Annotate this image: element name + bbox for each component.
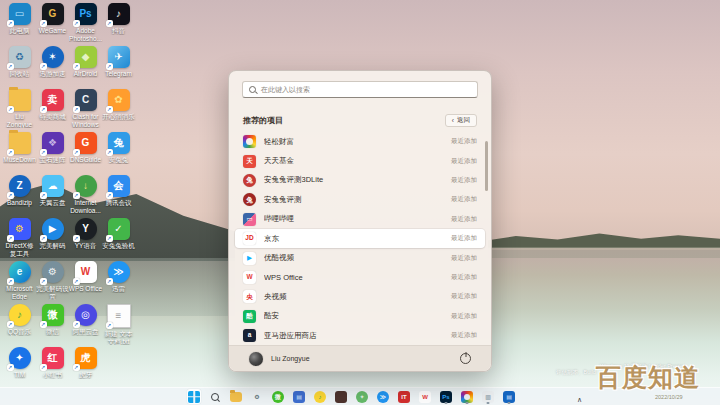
taskbar-app-icon	[209, 391, 221, 403]
desktop-icon[interactable]: ◆ ↗ AirDroid	[69, 46, 102, 89]
taskbar-icons: ⚙ 微 ▤ ♪	[187, 388, 516, 405]
shortcut-arrow-icon: ↗	[40, 278, 47, 285]
app-icon-glyph: ♻	[15, 52, 24, 62]
shortcut-arrow-icon: ↗	[7, 364, 14, 371]
taskbar-button[interactable]: ▤	[292, 389, 306, 404]
desktop-icon[interactable]: 会 ↗ 腾讯会议	[102, 175, 135, 218]
recommended-item[interactable]: 天 天天基金 最近添加	[235, 151, 485, 170]
desktop-icon[interactable]: ✓ ↗ 安兔兔验机	[102, 218, 135, 261]
desktop-icon[interactable]: ⚙ ↗ 完美解码设置	[36, 261, 69, 304]
recommended-item[interactable]: 轻松财富 最近添加	[235, 132, 485, 151]
recommended-item[interactable]: ▶ 优酷视频 最近添加	[235, 248, 485, 267]
desktop-icon[interactable]: C ↗ Clash for Windows	[69, 89, 102, 132]
desktop-icon[interactable]: ✦ ↗ TIM	[3, 347, 36, 390]
tray-chevron-up-icon[interactable]: ∧	[577, 396, 582, 403]
taskbar-button[interactable]: ≫	[376, 389, 390, 404]
taskbar-button[interactable]: ⚙	[250, 389, 264, 404]
app-icon: 央	[243, 290, 256, 303]
recently-added-badge: 最近添加	[451, 273, 477, 282]
recommended-item[interactable]: 酷 酷安 最近添加	[235, 307, 485, 326]
taskbar-button[interactable]: ▥	[481, 389, 495, 404]
desktop-icon[interactable]: Z ↗ Bandizip	[3, 175, 36, 218]
desktop-icon[interactable]: G ↗ DNSGuide	[69, 132, 102, 175]
taskbar-button[interactable]: ✦	[355, 389, 369, 404]
taskbar-button[interactable]	[208, 389, 222, 404]
start-menu-footer: Liu Zongyue	[229, 345, 491, 371]
desktop-icon-label: TIM	[3, 371, 37, 379]
desktop-icon[interactable]: ✶ ↗ 迅游加速	[36, 46, 69, 89]
taskbar-button[interactable]: ♪	[313, 389, 327, 404]
app-icon-glyph: C	[82, 95, 89, 105]
desktop-icon[interactable]: ✿ ↗ 开心消消乐	[102, 89, 135, 132]
recommended-item[interactable]: W WPS Office 最近添加	[235, 268, 485, 287]
app-icon: Y ↗	[75, 218, 97, 240]
taskbar-button[interactable]: W	[418, 389, 432, 404]
search-input[interactable]: 在此键入以搜索	[242, 81, 478, 98]
taskbar-button[interactable]	[187, 389, 201, 404]
shortcut-arrow-icon: ↗	[40, 149, 47, 156]
app-icon-glyph: ♪	[17, 310, 22, 320]
recommended-item[interactable]: 兔 安兔兔评测3DLite 最近添加	[235, 171, 485, 190]
desktop-icon[interactable]: 红 ↗ 小红书	[36, 347, 69, 390]
desktop-icon[interactable]: 卖 ↗ 特卖商城	[36, 89, 69, 132]
desktop-icon[interactable]: 微 ↗ 微信	[36, 304, 69, 347]
app-icon: e ↗	[9, 261, 31, 283]
taskbar-button[interactable]	[229, 389, 243, 404]
app-icon-glyph: ▶	[49, 224, 57, 234]
desktop-icon[interactable]: 兔 ↗ 安兔兔	[102, 132, 135, 175]
app-icon: Ps ↗	[75, 3, 97, 25]
recommended-item[interactable]: 央 央视频 最近添加	[235, 287, 485, 306]
desktop-icon[interactable]: ▶ ↗ 完美解码	[36, 218, 69, 261]
shortcut-arrow-icon: ↗	[73, 63, 80, 70]
recommended-item[interactable]: JD 京东 最近添加	[235, 229, 485, 248]
desktop-icon[interactable]: Y ↗ YY语音	[69, 218, 102, 261]
app-name: 京东	[264, 234, 443, 244]
app-icon: ▭	[243, 213, 256, 226]
taskbar-app-glyph: IT	[401, 394, 406, 400]
desktop-icon[interactable]: G ↗ WeGame	[36, 3, 69, 46]
desktop-icon[interactable]: ♻ ↗ 回收站	[3, 46, 36, 89]
taskbar-button[interactable]	[460, 389, 474, 404]
taskbar-button[interactable]: Ps	[439, 389, 453, 404]
recently-added-badge: 最近添加	[451, 137, 477, 146]
recently-added-badge: 最近添加	[451, 234, 477, 243]
taskbar-button[interactable]: 微	[271, 389, 285, 404]
desktop-icon[interactable]: ⚙ ↗ DirectX修复工具	[3, 218, 36, 261]
taskbar-app-icon: ♪	[314, 391, 326, 403]
recommended-item[interactable]: 兔 安兔兔评测 最近添加	[235, 190, 485, 209]
taskbar-button[interactable]: ▤	[502, 389, 516, 404]
shortcut-arrow-icon: ↗	[40, 106, 47, 113]
desktop-icon[interactable]: ❖ ↗ 宝石迷阵	[36, 132, 69, 175]
desktop-icon[interactable]: e ↗ Microsoft Edge	[3, 261, 36, 304]
desktop-icon[interactable]: ♪ ↗ QQ音乐	[3, 304, 36, 347]
desktop-icon[interactable]: ♪ ↗ 抖音	[102, 3, 135, 46]
taskbar-button[interactable]	[334, 389, 348, 404]
desktop-icon-label: 开心消消乐	[102, 113, 136, 121]
desktop-icon[interactable]: W ↗ WPS Office	[69, 261, 102, 304]
desktop-icon[interactable]: ◎ ↗ 阿里云盘	[69, 304, 102, 347]
user-name[interactable]: Liu Zongyue	[271, 355, 452, 362]
shortcut-arrow-icon: ↗	[7, 149, 14, 156]
desktop-icon[interactable]: Ps ↗ Adobe Photosho...	[69, 3, 102, 46]
shortcut-arrow-icon: ↗	[73, 235, 80, 242]
desktop-icon[interactable]: ≫ ↗ 迅雷	[102, 261, 135, 304]
taskbar-button[interactable]: IT	[397, 389, 411, 404]
power-button[interactable]	[460, 353, 471, 364]
desktop-icon[interactable]: ↗ Liu Zongyue	[3, 89, 36, 132]
back-button[interactable]: ‹ 返回	[445, 114, 477, 127]
recommended-item[interactable]: a 亚马逊应用商店 最近添加	[235, 326, 485, 345]
desktop-icon[interactable]: ↓ ↗ Internet Downloa...	[69, 175, 102, 218]
scrollbar-thumb[interactable]	[485, 141, 488, 191]
taskbar-app-icon: Ps	[440, 391, 452, 403]
desktop-icon-label: 完美解码	[36, 242, 70, 250]
desktop-icon[interactable]: ↗ MuseDown	[3, 132, 36, 175]
desktop-icon[interactable]: ☁ ↗ 天翼云盘	[36, 175, 69, 218]
recommended-item[interactable]: ▭ 哔哩哔哩 最近添加	[235, 210, 485, 229]
desktop-icon[interactable]: 虎 ↗ 虎牙	[69, 347, 102, 390]
desktop-icon[interactable]: ▭ ↗ 此电脑	[3, 3, 36, 46]
desktop-icon[interactable]: ≡ ↗ 新建 文本文档.txt	[102, 304, 135, 347]
user-avatar[interactable]	[249, 352, 263, 366]
desktop-icon[interactable]: ✈ ↗ Telegram	[102, 46, 135, 89]
app-name: 轻松财富	[264, 137, 443, 147]
app-icon-glyph: 兔	[114, 138, 124, 148]
